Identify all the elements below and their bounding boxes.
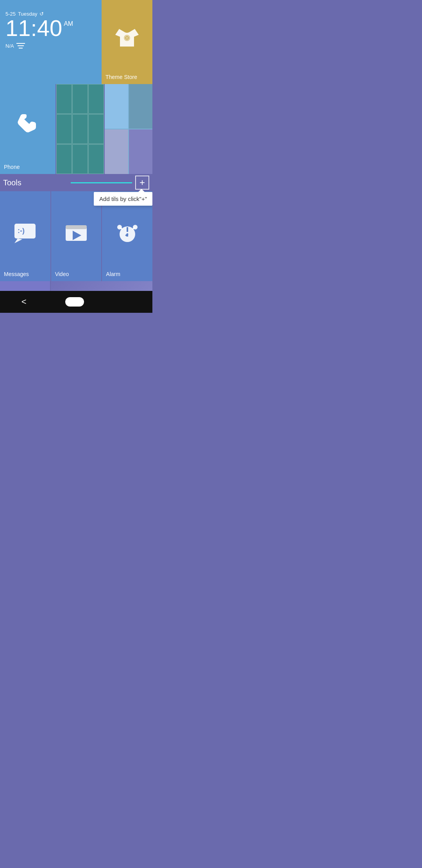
clock-na-text: N/A (5, 43, 14, 49)
grid-cell-2 (72, 84, 88, 114)
top-row: 5-25 Tuesday ↺ 11:40 AM N/A (0, 0, 152, 84)
grid-cell-1 (56, 84, 72, 114)
phone-icon-wrap (4, 88, 52, 164)
tools-section-title: Tools (3, 178, 64, 187)
photo-cell-2 (129, 84, 152, 129)
clock-ampm: AM (64, 21, 73, 27)
grid-cell-5 (72, 114, 88, 144)
clock-signal: N/A (5, 43, 96, 49)
grid-cell-9 (88, 144, 104, 174)
grid-cell-7 (56, 144, 72, 174)
home-button[interactable] (65, 297, 84, 307)
filter-icon (16, 43, 25, 49)
music-icon-wrap (4, 285, 46, 291)
video-icon (65, 223, 88, 243)
second-row: Phone (0, 84, 152, 174)
tools-header-line (71, 182, 132, 183)
back-button[interactable]: < (18, 293, 30, 311)
grid-cell-4 (56, 114, 72, 144)
svg-rect-13 (127, 227, 128, 232)
add-tooltip: Add tils by click"+" (94, 192, 152, 206)
svg-point-5 (126, 37, 128, 39)
clock-time-text: 11:40 (5, 17, 62, 39)
empty-tile (51, 281, 152, 291)
grid-cell-3 (88, 84, 104, 114)
messages-label: Messages (4, 271, 46, 277)
theme-store-tile[interactable]: Theme Store (102, 0, 152, 84)
tiles-container: 5-25 Tuesday ↺ 11:40 AM N/A (0, 0, 152, 291)
alarm-label: Alarm (106, 271, 148, 277)
phone-label: Phone (4, 164, 52, 170)
svg-text::-): :-) (18, 227, 25, 235)
theme-store-label: Theme Store (106, 74, 137, 80)
grid-cell-6 (88, 114, 104, 144)
phone-tile[interactable]: Phone (0, 84, 55, 174)
music-row: Music (0, 281, 152, 291)
phone-icon (17, 113, 39, 139)
screen: 5-25 Tuesday ↺ 11:40 AM N/A (0, 0, 152, 313)
svg-rect-10 (66, 225, 87, 229)
photo-cell-4 (129, 129, 152, 174)
clock-tile[interactable]: 5-25 Tuesday ↺ 11:40 AM N/A (0, 0, 102, 84)
photo-cell-3 (105, 129, 128, 174)
music-tile[interactable]: Music (0, 281, 50, 291)
video-label: Video (55, 271, 98, 277)
photo-cell-1 (105, 84, 128, 129)
tools-section-header: Tools + Add tils by click"+" (0, 174, 152, 191)
add-tile-button[interactable]: + Add tils by click"+" (135, 176, 149, 190)
video-icon-wrap (55, 195, 98, 271)
svg-rect-0 (16, 43, 25, 44)
alarm-icon-wrap (106, 195, 148, 271)
nav-bar: < (0, 291, 152, 313)
clock-time-display: 11:40 AM (5, 17, 96, 39)
messages-icon-wrap: :-) (4, 195, 46, 271)
svg-marker-7 (14, 239, 22, 243)
grid-cell-8 (72, 144, 88, 174)
svg-rect-2 (19, 48, 23, 48)
photo-collage-tile[interactable] (105, 84, 152, 174)
svg-rect-15 (127, 233, 128, 237)
alarm-icon (116, 222, 139, 244)
svg-rect-1 (18, 45, 24, 46)
tshirt-icon (115, 27, 139, 48)
messages-icon: :-) (14, 223, 36, 243)
grid-app-tile[interactable] (56, 84, 104, 174)
messages-tile[interactable]: :-) Messages (0, 191, 50, 281)
